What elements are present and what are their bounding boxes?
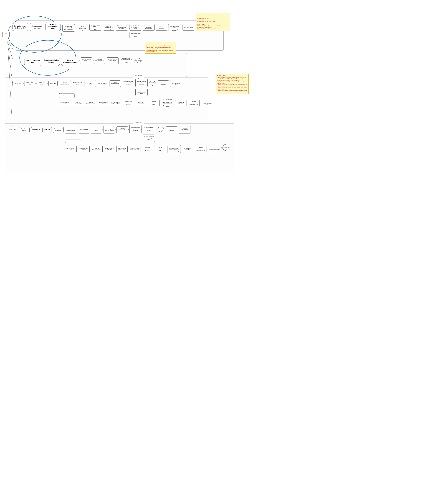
calc-done-diamond-clip: Calculation done & value shown	[156, 126, 165, 132]
calc-val-diamond-clip-sub: Calculation value shown	[221, 144, 230, 151]
save-pdf-photo-sub: Save the measurements & calculations to …	[188, 100, 200, 107]
svg-text:Calculation value & caliper sh: Calculation value & caliper shown	[79, 28, 86, 29]
remove-photo-node: Remove/Forget from the screen (or clear …	[97, 80, 108, 87]
diagram-container: Start Scanning Freeze the screen (to Cin…	[0, 0, 435, 504]
note-box-2: Up to think about: - Provide a window fo…	[145, 42, 176, 54]
go-exam-clip-node: Go to Exam Review	[19, 127, 30, 132]
select-calc-method-node-2: Select a calculation method	[43, 57, 60, 66]
caliper-clip-sub: A caliper shows up with value	[104, 146, 115, 153]
go-edit-clip-node: Go to Edit	[42, 127, 52, 132]
calc-adj-photo: Calculation value updated of the measure…	[59, 93, 75, 98]
create-clip-node: Create a Clip	[7, 127, 17, 132]
select-assoc-clip-node: Select an associated measurement type to…	[143, 135, 155, 142]
save-clip-node-2: Save the whole clip along with the measu…	[107, 57, 119, 64]
select-method-clip-sub: Select a calculation method	[78, 146, 90, 153]
go-exam-node-1: Go to Exam Review	[183, 25, 194, 31]
calc-adj-clip: Calculation value updated of the measure…	[65, 140, 81, 144]
save-this-photo-node: Save This Photo & measurement to PDF	[170, 80, 182, 87]
drag-clip-sub: Drag the caliper to position & adjust it	[116, 146, 128, 153]
take-photo-node: Take a Photo	[12, 81, 23, 86]
remove-forget-node-2: Remove/Forget the screen & measurement	[80, 57, 92, 64]
svg-text:Calculation value updated of t: Calculation value updated of the measure…	[59, 95, 75, 96]
start-scanning-node: Start Scanning	[2, 32, 9, 37]
select-photo-node: Select the Photo	[37, 81, 47, 86]
delete-calc-node-1: Delete the calculation	[156, 25, 167, 31]
select-meas-photo-node: Select a Measurement type	[59, 80, 71, 87]
save-pdf-clip-sub: Save the measurements & calculations to …	[195, 146, 206, 153]
calc-done-diamond-photo: Calculation done & value shown	[148, 80, 157, 86]
delete-clip-sub: Delete the measurement (or clear all)	[142, 146, 153, 153]
select-assoc-meas-node-1: Select an associated measurement type to…	[130, 32, 141, 38]
select-meas-assoc-photo-node: Select/measurement associated with a cal…	[122, 79, 134, 87]
save-clip-node: Save the measurements & calculations to …	[179, 126, 191, 134]
svg-text:Calculation value shown: Calculation value shown	[221, 147, 230, 148]
svg-text:Calculation done & value shown: Calculation done & value shown	[148, 82, 157, 83]
select-meas-assoc-node-1: Select measurement associated with a cal…	[116, 24, 128, 31]
select-meas-assoc-clip-node: Select/measurement associated with a cal…	[130, 125, 141, 133]
save-photo-sub: Save the measurement to the photo	[148, 100, 159, 107]
select-calc-photo-node: Select a Calculation (if more than one a…	[135, 79, 148, 87]
select-clip-node: Select the Clip	[31, 127, 41, 132]
select-meas-photo-sub2: Select a Measurement type	[85, 100, 96, 107]
calc-done-node-1: Calculation done / added to the measurem…	[143, 24, 155, 31]
save-clip-node-1: Save the whole clip (or take a photo alo…	[168, 24, 181, 31]
next-view-node-2: Go to the next view (learn to live image…	[120, 57, 133, 64]
drag-clip-node: Drag the caliper to position	[91, 126, 102, 134]
svg-text:Calculation done & value shown: Calculation done & value shown	[156, 129, 165, 130]
caliper-photo-sub: A caliper shows up with value	[98, 100, 109, 107]
note-box-photo: Go to think about: 1. After you finish, …	[216, 73, 249, 94]
caliper-clip-node: A caliper shows up	[78, 126, 89, 134]
select-meas-photo-sub: Select a Measurement type	[72, 100, 84, 107]
drag-caliper-node: Drag the caliper to the position & adjus…	[84, 80, 96, 87]
svg-text:Calculation value updated of t: Calculation value updated of the measure…	[65, 142, 81, 143]
delete-photo-sub: Delete the measurement	[135, 100, 146, 107]
select-assoc-photo-node: Select an associated measurement type to…	[135, 89, 148, 96]
drag-photo-sub: Drag the caliper to position & adjust it	[110, 100, 121, 107]
note-box-1: Go to think about: 1. With touch screen,…	[196, 13, 230, 31]
svg-line-17	[8, 42, 12, 83]
select-calc-clip-node: Select a Calculation (if more than one a…	[143, 125, 155, 133]
select-meas-clip-sub: Select a Measurement type	[91, 146, 102, 153]
select-calc-type-photo-sub: Select a Calculation type	[59, 100, 71, 107]
section-box-2	[16, 53, 187, 77]
next-view-photo-sub: Go to the next view (learn to live image…	[161, 99, 174, 107]
choose-frame-node: Choose a good/ right frame	[30, 23, 44, 31]
select-meas-type-node-2: Select a Measurement type	[61, 57, 78, 66]
svg-line-16	[8, 41, 12, 59]
delete-photo-node: Delete the measurement (or clear all)	[110, 81, 121, 87]
select-calc-node-1: Select a Calculation (if more than one o…	[130, 24, 141, 31]
good-frame-clip: Choose a good/ right frame	[53, 127, 64, 133]
show-auto-calc-node: Show the auto-calculated value with two …	[63, 24, 75, 32]
remove-clip-node: Remove/Forget from screen (or clear all)	[103, 126, 115, 134]
svg-line-15	[8, 41, 12, 49]
delete-meas-node-2: Delete the measurement (or clear all)	[94, 58, 105, 64]
remove-clip-sub: Remove/Forget from screen (or clear all)	[129, 146, 140, 153]
delete-meas-clip-node: Delete the measurement (or clear all)	[116, 126, 128, 133]
select-calc-type-clip-sub: Select a Calculation type	[65, 146, 76, 153]
next-view-clip-sub: Go to the next view (learn to live image…	[167, 145, 181, 153]
select-meas-clip-node: Select a Measurement type	[65, 126, 77, 134]
caliper-starts-node: A caliper starts with a point	[72, 80, 83, 87]
save-clip-sub: Save the measurement to the clip	[154, 146, 166, 153]
calc-val-diamond-1: Calculation value & caliper shown	[79, 26, 86, 31]
remove-forget-node-1: Remove/Forget the screen & measurements …	[89, 24, 101, 31]
delete-calc-photo-node: Delete the calculation	[158, 81, 169, 87]
calc-val-diamond-2: Calculation value & caliper	[134, 57, 142, 63]
select-calc-type-node-2: Select a Calculation type	[24, 57, 41, 66]
select-meas-type-node-1: Select a Measurement type	[45, 22, 60, 31]
freeze-screen-node: Freeze the screen (to Cine Review)	[12, 23, 28, 31]
calc-val-report-clip: The calculation value would be added to …	[208, 146, 221, 153]
delete-meas-node-1: Delete the measurement (or clear all)	[103, 25, 114, 31]
go-edit-photo-node: Go to Edit	[48, 81, 58, 86]
svg-text:Calculation value & caliper: Calculation value & caliper	[134, 60, 142, 61]
calc-val-report-photo: The calculation value shows - would be a…	[201, 100, 214, 107]
remove-photo-sub: Remove/Forget from screen (or clear all)	[123, 100, 134, 107]
go-exam-photo-node: Go to Exam Review	[24, 81, 35, 86]
complete-photo-sub: Complete the calculation	[175, 100, 186, 107]
complete-clip-sub: Complete the calculation	[182, 146, 193, 153]
delete-calc-clip-node: Delete the calculation	[166, 126, 177, 133]
